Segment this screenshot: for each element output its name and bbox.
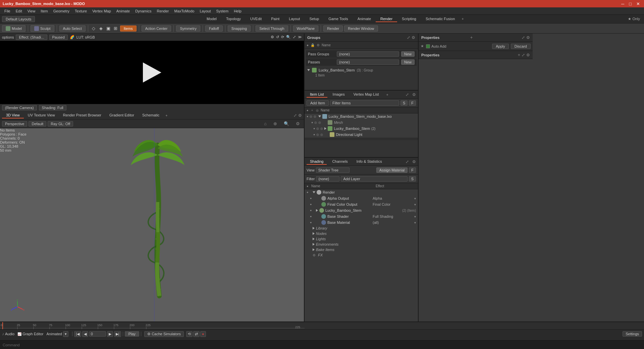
falloff-btn[interactable]: Falloff bbox=[205, 26, 223, 32]
shader-row-base-material[interactable]: ● Base Material (all) ▾ bbox=[305, 219, 418, 226]
cache-simulators-btn[interactable]: ⚙ Cache Simulators bbox=[144, 331, 184, 337]
menu-vertex-map[interactable]: Vertex Map bbox=[90, 8, 113, 14]
window-controls[interactable]: ─ □ ✕ bbox=[620, 1, 641, 6]
f-key-btn[interactable]: F bbox=[409, 167, 416, 173]
tab-shading[interactable]: Shading bbox=[307, 159, 327, 165]
play-btn[interactable]: Play bbox=[125, 331, 139, 337]
prop-sub-expand-icon[interactable]: ⤢ bbox=[522, 53, 525, 57]
pass-groups-new-btn[interactable]: New bbox=[401, 51, 415, 57]
tab-gradient-editor[interactable]: Gradient Editor bbox=[105, 112, 138, 118]
tab-item-list[interactable]: Item List bbox=[307, 92, 327, 98]
section-row-environments[interactable]: Environments bbox=[305, 242, 418, 247]
animated-btn[interactable]: Animated bbox=[47, 332, 62, 336]
item-list-f-key[interactable]: F bbox=[409, 100, 416, 106]
tab-render[interactable]: Render bbox=[376, 16, 397, 22]
discard-btn[interactable]: Discard bbox=[511, 44, 531, 49]
tab-3d-view[interactable]: 3D View bbox=[2, 112, 24, 118]
menu-texture[interactable]: Texture bbox=[72, 8, 89, 14]
groups-settings-icon[interactable]: ⚙ bbox=[412, 35, 415, 40]
prop-plus-icon[interactable]: + bbox=[470, 35, 473, 40]
tab-uv-texture-view[interactable]: UV Texture View bbox=[24, 112, 59, 118]
add-item-btn[interactable]: Add Item bbox=[307, 100, 329, 106]
tab-vertex-map-list[interactable]: Vertex Map List bbox=[350, 92, 382, 98]
shading-settings-icon[interactable]: ⚙ bbox=[412, 159, 416, 164]
preview-content[interactable] bbox=[0, 41, 304, 104]
tab-model[interactable]: Model bbox=[202, 16, 221, 22]
base-shader-dd[interactable]: ▾ bbox=[414, 215, 416, 218]
item-row-group[interactable]: ● ◎ ◎ Lucky_Bamboo_Stem (2) bbox=[305, 126, 418, 132]
menu-layout[interactable]: Layout bbox=[197, 8, 213, 14]
section-row-library[interactable]: Library bbox=[305, 226, 418, 231]
action-center-btn[interactable]: Action Center bbox=[142, 26, 171, 32]
tab-schematic[interactable]: Schematic bbox=[138, 112, 163, 118]
add-item-list-tab-icon[interactable]: + bbox=[384, 92, 390, 97]
menu-system[interactable]: System bbox=[214, 8, 231, 14]
tab-uvedit[interactable]: UVEdit bbox=[246, 16, 266, 22]
workplane-btn[interactable]: WorkPlane bbox=[293, 26, 319, 32]
render-btn[interactable]: Render bbox=[323, 26, 343, 32]
zoom-icon[interactable]: 🔍 bbox=[286, 35, 291, 39]
more-icon[interactable]: ≫ bbox=[298, 35, 302, 39]
tab-setup[interactable]: Setup bbox=[305, 16, 324, 22]
tab-info-statistics[interactable]: Info & Statistics bbox=[353, 159, 385, 165]
menu-dynamics[interactable]: Dynamics bbox=[133, 8, 154, 14]
zoom-reset-icon[interactable]: 🔍 bbox=[282, 121, 291, 127]
paused-btn[interactable]: Paused bbox=[49, 35, 68, 40]
menu-file[interactable]: File bbox=[2, 8, 13, 14]
select-through-btn[interactable]: Select Through bbox=[256, 26, 288, 32]
section-row-nodes[interactable]: Nodes bbox=[305, 231, 418, 236]
command-input[interactable] bbox=[22, 343, 641, 347]
groups-expand-icon[interactable]: ⤢ bbox=[407, 35, 410, 40]
shading-btn[interactable]: Shading: Full bbox=[39, 105, 66, 110]
auto-add-checkbox[interactable] bbox=[426, 44, 430, 48]
layout-selector[interactable]: Default Layouts bbox=[2, 16, 35, 22]
menu-animate[interactable]: Animate bbox=[114, 8, 132, 14]
tab-game-tools[interactable]: Game Tools bbox=[324, 16, 353, 22]
maximize-btn[interactable]: □ bbox=[628, 1, 633, 6]
tab-layout[interactable]: Layout bbox=[284, 16, 305, 22]
sync-icon[interactable]: ⟳ bbox=[281, 35, 284, 39]
expand-icon[interactable]: ⤢ bbox=[293, 35, 296, 39]
item-row-light[interactable]: ● ◎ ◎ Directional Light bbox=[305, 132, 418, 138]
section-row-fx[interactable]: ⚙ FX bbox=[305, 252, 418, 258]
item-row-file[interactable]: ● ◎ ◎ Lucky_Bamboo_Stem_modo_base.lxo bbox=[305, 113, 418, 119]
assign-material-btn[interactable]: Assign Material bbox=[376, 167, 408, 173]
frame-input[interactable] bbox=[91, 332, 104, 336]
next-frame-btn[interactable]: ▶ bbox=[107, 331, 113, 337]
tab-channels[interactable]: Channels bbox=[329, 159, 351, 165]
shader-row-alpha[interactable]: ● Alpha Output Alpha ▾ bbox=[305, 195, 418, 201]
items-btn[interactable]: Items bbox=[120, 26, 137, 32]
settings-icon-2[interactable]: ⚙ bbox=[317, 43, 320, 47]
go-start-btn[interactable]: |◀ bbox=[74, 331, 81, 337]
viewport-3d[interactable]: No Items Polygons : Face Channels: 0 Def… bbox=[0, 128, 304, 321]
tab-scripting[interactable]: Scripting bbox=[397, 16, 421, 22]
bounce-btn[interactable]: ⇄ bbox=[193, 331, 200, 337]
render-camera-btn[interactable]: (Render Camera) bbox=[2, 105, 37, 110]
menu-help[interactable]: Help bbox=[231, 8, 244, 14]
base-material-dd[interactable]: ▾ bbox=[414, 221, 416, 225]
shading-expand-icon[interactable]: ⤢ bbox=[406, 159, 409, 164]
edge-mode-icon[interactable]: ◈ bbox=[98, 26, 104, 32]
filter-items-dropdown[interactable]: Filter Items bbox=[330, 100, 399, 106]
render-window-btn[interactable]: Render Window bbox=[344, 26, 378, 32]
add-viewport-tab-icon[interactable]: + bbox=[163, 113, 169, 118]
auto-add-check[interactable]: Auto Add bbox=[426, 44, 446, 48]
item-mode-icon[interactable]: ⊞ bbox=[113, 26, 119, 32]
symmetry-btn[interactable]: Symmetry bbox=[176, 26, 200, 32]
prop-sub-plus-icon[interactable]: + bbox=[518, 52, 520, 57]
snapping-btn[interactable]: Snapping bbox=[228, 26, 251, 32]
settings-icon[interactable]: ⚙ bbox=[271, 35, 274, 39]
tab-paint[interactable]: Paint bbox=[266, 16, 284, 22]
passes-dropdown[interactable]: (none) bbox=[337, 59, 399, 65]
go-end-btn[interactable]: ▶| bbox=[114, 331, 121, 337]
tab-render-preset-browser[interactable]: Render Preset Browser bbox=[59, 112, 105, 118]
viewport-settings-icon[interactable]: ⚙ bbox=[298, 113, 302, 118]
viewport-expand-icon[interactable]: ⤢ bbox=[293, 113, 297, 118]
home-icon[interactable]: ⌂ bbox=[262, 121, 269, 127]
prop-sub-settings-icon[interactable]: ⚙ bbox=[526, 53, 530, 57]
options-btn[interactable]: options bbox=[2, 35, 14, 39]
view-dropdown[interactable]: Shader Tree bbox=[316, 167, 350, 173]
animated-dropdown[interactable]: ▾ bbox=[63, 331, 68, 337]
menu-edit[interactable]: Edit bbox=[13, 8, 24, 14]
group-item-bamboo[interactable]: Lucky_Bamboo_Stem (3) : Group bbox=[306, 67, 417, 73]
